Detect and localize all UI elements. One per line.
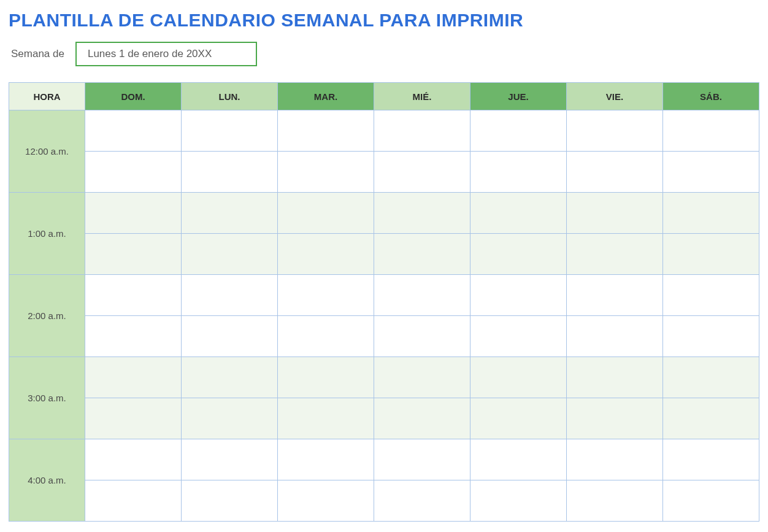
calendar-slot[interactable]: [663, 152, 759, 193]
calendar-slot[interactable]: [663, 439, 759, 480]
calendar-slot[interactable]: [85, 152, 182, 193]
calendar-slot[interactable]: [470, 110, 567, 152]
page-title: PLANTILLA DE CALENDARIO SEMANAL PARA IMP…: [9, 10, 759, 31]
header-day-sab: SÁB.: [663, 83, 759, 110]
calendar-slot[interactable]: [567, 357, 663, 398]
calendar-slot[interactable]: [374, 275, 470, 316]
calendar-slot[interactable]: [567, 110, 663, 152]
calendar-slot[interactable]: [85, 316, 182, 357]
calendar-slot[interactable]: [85, 234, 182, 275]
calendar-slot[interactable]: [567, 398, 663, 439]
calendar-slot[interactable]: [663, 398, 759, 439]
hour-row: 4:00 a.m.: [9, 439, 759, 480]
calendar-slot[interactable]: [470, 316, 567, 357]
time-label: 1:00 a.m.: [9, 193, 85, 275]
calendar-slot[interactable]: [374, 234, 470, 275]
calendar-slot[interactable]: [278, 275, 374, 316]
calendar-slot[interactable]: [182, 357, 278, 398]
weekly-calendar-table: HORA DOM. LUN. MAR. MIÉ. JUE. VIE. SÁB. …: [9, 82, 759, 522]
hour-row-half: [9, 480, 759, 522]
calendar-slot[interactable]: [663, 234, 759, 275]
calendar-slot[interactable]: [85, 110, 182, 152]
calendar-slot[interactable]: [567, 152, 663, 193]
calendar-slot[interactable]: [278, 152, 374, 193]
header-day-dom: DOM.: [85, 83, 182, 110]
hour-row-half: [9, 398, 759, 439]
calendar-slot[interactable]: [278, 357, 374, 398]
header-day-mie: MIÉ.: [374, 83, 470, 110]
time-label: 4:00 a.m.: [9, 439, 85, 522]
calendar-slot[interactable]: [374, 398, 470, 439]
calendar-slot[interactable]: [470, 398, 567, 439]
calendar-slot[interactable]: [470, 193, 567, 234]
calendar-slot[interactable]: [470, 439, 567, 480]
calendar-slot[interactable]: [182, 110, 278, 152]
calendar-slot[interactable]: [85, 193, 182, 234]
calendar-slot[interactable]: [470, 275, 567, 316]
calendar-slot[interactable]: [182, 398, 278, 439]
calendar-slot[interactable]: [182, 316, 278, 357]
hour-row: 2:00 a.m.: [9, 275, 759, 316]
calendar-slot[interactable]: [85, 398, 182, 439]
hour-row: 1:00 a.m.: [9, 193, 759, 234]
header-day-lun: LUN.: [182, 83, 278, 110]
calendar-slot[interactable]: [663, 480, 759, 522]
calendar-slot[interactable]: [374, 193, 470, 234]
calendar-slot[interactable]: [374, 439, 470, 480]
calendar-slot[interactable]: [663, 357, 759, 398]
calendar-slot[interactable]: [567, 234, 663, 275]
calendar-slot[interactable]: [374, 110, 470, 152]
calendar-slot[interactable]: [470, 152, 567, 193]
header-day-mar: MAR.: [278, 83, 374, 110]
header-day-jue: JUE.: [470, 83, 567, 110]
calendar-header-row: HORA DOM. LUN. MAR. MIÉ. JUE. VIE. SÁB.: [9, 83, 759, 110]
time-label: 12:00 a.m.: [9, 110, 85, 193]
calendar-slot[interactable]: [278, 480, 374, 522]
calendar-slot[interactable]: [567, 439, 663, 480]
time-label: 3:00 a.m.: [9, 357, 85, 439]
header-day-vie: VIE.: [567, 83, 663, 110]
calendar-slot[interactable]: [374, 480, 470, 522]
calendar-slot[interactable]: [182, 439, 278, 480]
calendar-slot[interactable]: [470, 234, 567, 275]
calendar-slot[interactable]: [278, 234, 374, 275]
calendar-slot[interactable]: [278, 193, 374, 234]
hour-row-half: [9, 316, 759, 357]
calendar-slot[interactable]: [85, 480, 182, 522]
hour-row: 3:00 a.m.: [9, 357, 759, 398]
calendar-slot[interactable]: [182, 152, 278, 193]
time-label: 2:00 a.m.: [9, 275, 85, 357]
calendar-slot[interactable]: [567, 480, 663, 522]
hour-row-half: [9, 234, 759, 275]
calendar-slot[interactable]: [470, 357, 567, 398]
calendar-slot[interactable]: [663, 316, 759, 357]
calendar-slot[interactable]: [374, 357, 470, 398]
calendar-slot[interactable]: [85, 275, 182, 316]
calendar-slot[interactable]: [470, 480, 567, 522]
header-time: HORA: [9, 83, 85, 110]
calendar-slot[interactable]: [278, 398, 374, 439]
calendar-slot[interactable]: [85, 439, 182, 480]
calendar-slot[interactable]: [567, 316, 663, 357]
calendar-slot[interactable]: [278, 439, 374, 480]
calendar-slot[interactable]: [182, 480, 278, 522]
calendar-slot[interactable]: [182, 275, 278, 316]
week-of-label: Semana de: [11, 48, 64, 60]
calendar-slot[interactable]: [182, 193, 278, 234]
hour-row-half: [9, 152, 759, 193]
calendar-slot[interactable]: [567, 193, 663, 234]
week-row: Semana de Lunes 1 de enero de 20XX: [9, 42, 759, 66]
calendar-slot[interactable]: [182, 234, 278, 275]
calendar-slot[interactable]: [278, 110, 374, 152]
calendar-slot[interactable]: [374, 152, 470, 193]
calendar-slot[interactable]: [663, 275, 759, 316]
calendar-slot[interactable]: [85, 357, 182, 398]
week-start-date-field[interactable]: Lunes 1 de enero de 20XX: [75, 42, 257, 66]
calendar-slot[interactable]: [663, 193, 759, 234]
hour-row: 12:00 a.m.: [9, 110, 759, 152]
calendar-slot[interactable]: [278, 316, 374, 357]
calendar-slot[interactable]: [567, 275, 663, 316]
calendar-slot[interactable]: [374, 316, 470, 357]
calendar-slot[interactable]: [663, 110, 759, 152]
